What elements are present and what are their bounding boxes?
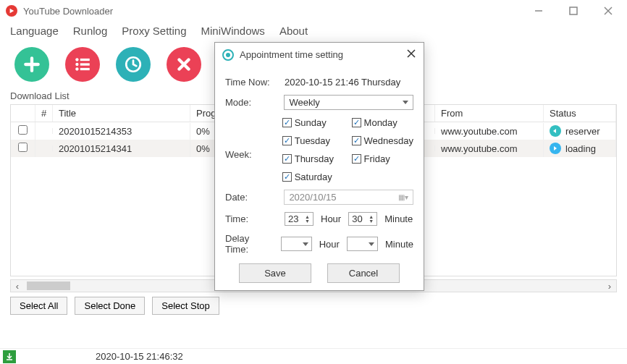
- row-checkbox[interactable]: [18, 143, 28, 152]
- svg-rect-8: [80, 63, 90, 65]
- select-all-button[interactable]: Select All: [10, 297, 67, 315]
- col-title: Title: [53, 105, 190, 122]
- add-button[interactable]: [14, 47, 49, 82]
- svg-rect-10: [80, 68, 90, 70]
- time-now-label: Time Now:: [225, 77, 277, 88]
- scroll-thumb[interactable]: [27, 282, 70, 290]
- list-button[interactable]: [65, 47, 100, 82]
- svg-point-5: [75, 58, 78, 61]
- select-stop-button[interactable]: Select Stop: [152, 297, 219, 315]
- dialog-icon: [222, 49, 234, 61]
- svg-rect-6: [80, 59, 90, 61]
- scroll-left-icon[interactable]: ‹: [11, 280, 24, 292]
- date-label: Date:: [225, 192, 277, 203]
- mode-select[interactable]: Weekly: [284, 95, 413, 110]
- cancel-button[interactable]: Cancel: [327, 263, 400, 283]
- minimize-button[interactable]: [531, 4, 546, 18]
- dialog-close-button[interactable]: [406, 48, 416, 61]
- window-title: YouTube Downloader: [23, 6, 531, 17]
- menu-proxy[interactable]: Proxy Setting: [122, 25, 186, 37]
- col-check: [11, 105, 35, 122]
- week-label: Week:: [225, 149, 275, 160]
- svg-marker-0: [10, 9, 14, 13]
- scroll-right-icon[interactable]: ›: [603, 280, 616, 292]
- col-from: From: [435, 105, 544, 122]
- delay-label: Delay Time:: [225, 233, 274, 255]
- day-wednesday[interactable]: ✓Wednesday: [352, 135, 413, 146]
- day-sunday[interactable]: ✓Sunday: [282, 117, 343, 128]
- download-icon[interactable]: [3, 350, 16, 363]
- svg-point-7: [75, 63, 78, 66]
- svg-rect-2: [570, 7, 577, 14]
- day-tuesday[interactable]: ✓Tuesday: [282, 135, 343, 146]
- dialog-title: Appointment time setting: [240, 49, 400, 60]
- hour-spinner[interactable]: 23▲▼: [285, 212, 314, 226]
- mode-label: Mode:: [225, 97, 277, 108]
- row-checkbox[interactable]: [18, 125, 28, 135]
- select-done-button[interactable]: Select Done: [75, 297, 145, 315]
- reserve-icon: [550, 125, 561, 137]
- date-input[interactable]: 2020/10/15▦▾: [284, 190, 413, 205]
- close-button[interactable]: [601, 4, 615, 18]
- day-friday[interactable]: ✓Friday: [352, 153, 413, 164]
- svg-point-9: [75, 67, 78, 70]
- col-status: Status: [544, 105, 616, 122]
- maximize-button[interactable]: [566, 4, 581, 18]
- day-monday[interactable]: ✓Monday: [352, 117, 413, 128]
- appointment-dialog: Appointment time setting Time Now: 2020-…: [214, 42, 424, 291]
- menu-language[interactable]: Language: [10, 25, 59, 37]
- menu-about[interactable]: About: [279, 25, 308, 37]
- menubar: Language Runlog Proxy Setting MiniWindow…: [0, 22, 627, 41]
- delay-minute-select[interactable]: [347, 237, 378, 251]
- loading-icon: [550, 143, 561, 154]
- menu-runlog[interactable]: Runlog: [73, 25, 108, 37]
- minute-spinner[interactable]: 30▲▼: [348, 212, 377, 226]
- time-label: Time:: [225, 213, 277, 224]
- save-button[interactable]: Save: [239, 263, 311, 283]
- app-logo: [6, 5, 17, 17]
- col-num: #: [35, 105, 53, 122]
- calendar-icon: ▦▾: [398, 193, 408, 201]
- time-now-value: 2020-10-15 21:46 Thursday: [285, 77, 400, 88]
- status-time: 2020-10-15 21:46:32: [96, 351, 183, 362]
- day-thursday[interactable]: ✓Thursday: [282, 153, 343, 164]
- delay-hour-select[interactable]: [281, 237, 312, 251]
- day-saturday[interactable]: ✓Saturday: [282, 172, 343, 182]
- menu-miniwindows[interactable]: MiniWindows: [201, 25, 265, 37]
- schedule-button[interactable]: [116, 47, 151, 82]
- delete-button[interactable]: [167, 47, 201, 82]
